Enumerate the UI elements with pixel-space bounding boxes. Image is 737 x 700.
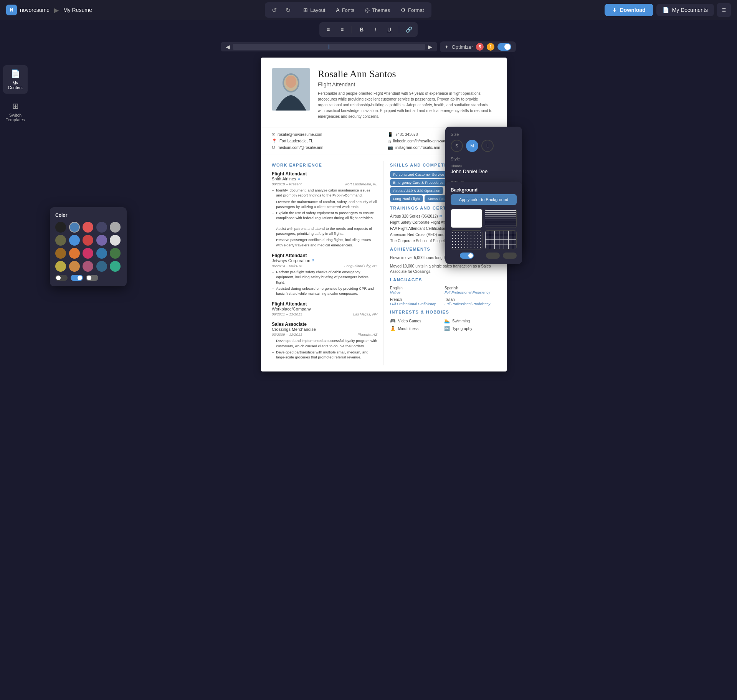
color-swatch[interactable] bbox=[83, 248, 93, 259]
undo-button[interactable]: ↺ bbox=[268, 4, 280, 16]
color-swatch[interactable] bbox=[55, 235, 66, 246]
resume-container: Rosalie Ann Santos Flight Attendant Pers… bbox=[261, 58, 507, 371]
color-swatch[interactable] bbox=[83, 261, 93, 272]
page-ruler: ◀ ▶ bbox=[221, 42, 437, 51]
color-swatch[interactable] bbox=[110, 235, 121, 246]
ruler-wrapper: ◀ ▶ ✦ Optimizer 5 1 bbox=[0, 39, 737, 54]
contact-location: 📍 Fort Lauderdale, FL bbox=[272, 139, 380, 144]
color-toggle-2[interactable] bbox=[71, 275, 83, 281]
color-swatch[interactable] bbox=[110, 248, 121, 259]
color-swatch[interactable] bbox=[110, 222, 121, 233]
undo-redo-group: ↺ ↻ bbox=[268, 4, 294, 16]
work-bullets-1: –Identify, document, and analyze cabin m… bbox=[272, 188, 377, 221]
background-panel: Background Apply color to Background bbox=[445, 182, 522, 264]
format-separator-2 bbox=[399, 26, 399, 33]
cert-link-icon: ⧉ bbox=[440, 214, 442, 218]
size-s-button[interactable]: S bbox=[451, 140, 463, 152]
color-swatch[interactable] bbox=[69, 248, 80, 259]
format-toolbar-inner: ≡ ≡ B I U 🔗 bbox=[319, 22, 418, 37]
color-swatch[interactable] bbox=[69, 222, 80, 233]
ruler-line bbox=[233, 44, 425, 50]
my-documents-button[interactable]: 📄 My Documents bbox=[656, 4, 714, 16]
layout-button[interactable]: ⊞ Layout bbox=[299, 5, 330, 15]
color-swatch[interactable] bbox=[69, 235, 80, 246]
swimming-icon: 🏊 bbox=[444, 318, 450, 324]
color-swatch[interactable] bbox=[96, 248, 107, 259]
hobby-item: 🧘 Mindfulness bbox=[390, 326, 442, 331]
font-option-ubuntu[interactable]: Ubuntu John Daniel Doe bbox=[451, 164, 517, 177]
bg-toggle-inactive-1[interactable] bbox=[486, 253, 500, 259]
sidebar-item-switch-templates[interactable]: ⊞ Switch Templates bbox=[3, 97, 28, 126]
color-swatch[interactable] bbox=[96, 235, 107, 246]
bg-grid-swatch[interactable] bbox=[485, 230, 517, 249]
languages-grid: English Native Spanish Full Professional… bbox=[390, 286, 496, 306]
fonts-button[interactable]: A Fonts bbox=[331, 5, 359, 15]
color-toggle-1[interactable] bbox=[55, 275, 68, 281]
bg-toggle-active[interactable] bbox=[460, 253, 474, 259]
color-panel-title: Color bbox=[55, 213, 121, 218]
bullet: –Explain the use of safety equipment to … bbox=[272, 210, 377, 221]
align-left-button[interactable]: ≡ bbox=[322, 24, 334, 35]
bullet: –Developed and implemented a successful … bbox=[272, 338, 377, 348]
sidebar-item-my-content[interactable]: 📄 My Content bbox=[3, 65, 28, 94]
color-swatch[interactable] bbox=[83, 235, 93, 246]
work-dates-4: 06/2011 – 12/2013 Las Vegas, NV bbox=[272, 312, 377, 316]
external-link-icon-2: ⧉ bbox=[312, 258, 314, 262]
ruler-left-arrow[interactable]: ◀ bbox=[224, 44, 231, 50]
color-swatch[interactable] bbox=[96, 222, 107, 233]
color-swatch[interactable] bbox=[55, 222, 66, 233]
bg-dots-swatch[interactable] bbox=[451, 230, 483, 249]
top-navigation: N novoresume ▶ My Resume ↺ ↻ ⊞ Layout A … bbox=[0, 0, 737, 20]
bg-plain-swatch[interactable] bbox=[451, 209, 483, 228]
bg-panel-title: Background bbox=[451, 187, 517, 193]
color-swatch[interactable] bbox=[96, 261, 107, 272]
job-title-4: Flight Attendant bbox=[272, 301, 377, 307]
switch-templates-icon: ⊞ bbox=[12, 101, 19, 111]
company-1: Spirit Airlines ⧉ bbox=[272, 177, 377, 181]
resume-left-column: WORK EXPERIENCE Flight Attendant Spirit … bbox=[272, 161, 384, 365]
color-swatch[interactable] bbox=[55, 261, 66, 272]
layout-icon: ⊞ bbox=[303, 7, 308, 13]
color-toggle-3[interactable] bbox=[86, 275, 98, 281]
italic-button[interactable]: I bbox=[370, 24, 381, 35]
apply-color-button[interactable]: Apply color to Background bbox=[451, 194, 517, 205]
optimizer-toggle[interactable] bbox=[497, 43, 511, 51]
typography-icon: 🔤 bbox=[444, 326, 450, 331]
bold-button[interactable]: B bbox=[356, 24, 367, 35]
bg-lines-swatch[interactable] bbox=[485, 209, 517, 228]
optimizer-button[interactable]: ✦ Optimizer 5 1 bbox=[440, 41, 516, 52]
size-l-button[interactable]: L bbox=[481, 140, 494, 152]
company-5: Crossings Merchandise bbox=[272, 327, 377, 332]
size-m-button[interactable]: M bbox=[466, 140, 478, 152]
contact-email: ✉ rosalie@novoresume.com bbox=[272, 132, 380, 137]
color-swatch[interactable] bbox=[110, 261, 121, 272]
phone-icon: 📱 bbox=[388, 132, 393, 137]
format-button[interactable]: ⚙ Format bbox=[396, 5, 428, 15]
svg-point-3 bbox=[286, 76, 296, 88]
work-dates-1: 08/2018 – Present Fort Lauderdale, FL bbox=[272, 182, 377, 186]
brand-name: novoresume bbox=[20, 7, 50, 13]
align-center-button[interactable]: ≡ bbox=[336, 24, 348, 35]
page-title: My Resume bbox=[63, 7, 92, 13]
color-swatch[interactable] bbox=[69, 261, 80, 272]
languages-title: LANGUAGES bbox=[390, 277, 496, 282]
ruler-right-arrow[interactable]: ▶ bbox=[426, 44, 434, 50]
skill-tag: Personalized Customer Service bbox=[390, 171, 447, 178]
format-separator bbox=[352, 26, 352, 33]
bg-toggle-inactive-2[interactable] bbox=[503, 253, 517, 259]
themes-button[interactable]: ◎ Themes bbox=[360, 5, 395, 15]
color-swatch[interactable] bbox=[83, 222, 93, 233]
bullet: –Oversee the maintenance of comfort, saf… bbox=[272, 199, 377, 210]
format-icon: ⚙ bbox=[401, 7, 406, 13]
job-title-5: Sales Associate bbox=[272, 322, 377, 327]
underline-button[interactable]: U bbox=[383, 24, 395, 35]
fonts-icon: A bbox=[336, 7, 339, 13]
download-button[interactable]: ⬇ Download bbox=[605, 4, 653, 16]
language-item: Spanish Full Professional Proficiency bbox=[445, 286, 496, 294]
bullet: –Developed partnerships with multiple sm… bbox=[272, 350, 377, 360]
link-button[interactable]: 🔗 bbox=[403, 24, 415, 35]
linkedin-icon: in bbox=[388, 139, 391, 144]
menu-button[interactable]: ≡ bbox=[717, 3, 731, 17]
redo-button[interactable]: ↻ bbox=[282, 4, 294, 16]
color-swatch[interactable] bbox=[55, 248, 66, 259]
